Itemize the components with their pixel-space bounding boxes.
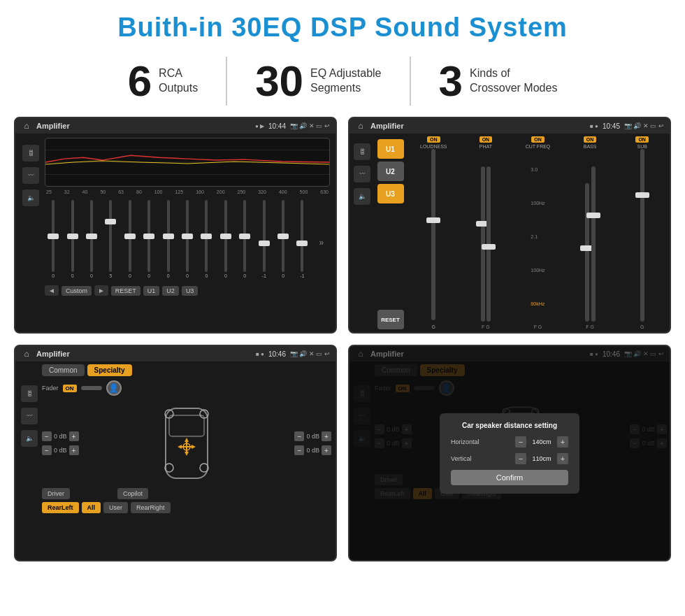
user-btn[interactable]: User (103, 502, 128, 513)
screen-crossover: ⌂ Amplifier ■ ● 10:46 📷 🔊 ✕ ▭ ↩ 🎛 〰 🔈 C (14, 345, 337, 561)
fader-person-icon: 👤 (106, 380, 122, 396)
home-icon[interactable]: ⌂ (21, 120, 32, 131)
phat-on[interactable]: ON (480, 136, 493, 143)
confirm-button[interactable]: Confirm (451, 470, 568, 485)
db-plus-4[interactable]: + (322, 445, 331, 455)
horizontal-value: 140cm (529, 438, 554, 445)
cross-wave-btn[interactable]: 〰 (21, 408, 38, 424)
svg-marker-13 (178, 445, 182, 449)
u2-btn[interactable]: U2 (377, 162, 404, 181)
amp-wave-btn[interactable]: 〰 (354, 166, 370, 182)
db-left-top: − 0 dB + (42, 431, 79, 441)
dialog-box: Car speaker distance setting Horizontal … (440, 413, 579, 494)
eq-slider-12[interactable]: -1 (255, 200, 272, 278)
eq-u1-btn[interactable]: U1 (143, 286, 160, 296)
loudness-on[interactable]: ON (427, 136, 440, 143)
right-db-controls: − 0 dB + − 0 dB + (294, 431, 331, 455)
eq-freq-labels: 2532405063 80100125160200 25032040050063… (45, 189, 330, 194)
u3-btn[interactable]: U3 (377, 184, 404, 203)
eq-filter-btn[interactable]: 🎛 (22, 145, 39, 162)
cross-bottom-controls-2: RearLeft All User RearRight (42, 502, 331, 513)
fader-slider[interactable] (81, 386, 102, 390)
stat-eq-label: EQ AdjustableSegments (310, 66, 381, 96)
vertical-control: − 110cm + (515, 453, 568, 464)
bass-on[interactable]: ON (584, 136, 597, 143)
eq-graph (45, 138, 330, 187)
horizontal-plus[interactable]: + (557, 436, 568, 447)
left-db-controls: − 0 dB + − 0 dB + (42, 431, 79, 455)
eq-u3-btn[interactable]: U3 (182, 286, 199, 296)
eq-slider-5[interactable]: 0 (122, 200, 138, 278)
eq-slider-3[interactable]: 0 (83, 200, 100, 278)
db-minus-1[interactable]: − (42, 431, 52, 441)
bass-label: BASS (584, 144, 597, 149)
db-plus-1[interactable]: + (69, 431, 79, 441)
eq-next-btn[interactable]: ► (94, 285, 108, 296)
db-minus-4[interactable]: − (294, 445, 304, 455)
statusbar-2: ⌂ Amplifier ■ ● 10:45 📷 🔊 ✕ ▭ ↩ (349, 118, 670, 134)
tab-specialty[interactable]: Specialty (87, 364, 132, 376)
eq-u2-btn[interactable]: U2 (162, 286, 179, 296)
car-diagram (83, 401, 291, 485)
phat-label: PHAT (480, 144, 492, 149)
db-val-1: 0 dB (54, 433, 67, 440)
channel-cutfreq: ON CUT FREQ 3.0 100Hz 2.1 100Hz 80kHz F … (513, 136, 563, 329)
db-val-3: 0 dB (306, 433, 319, 440)
amp-filter-btn[interactable]: 🎛 (354, 143, 370, 160)
eq-slider-2[interactable]: 0 (64, 200, 80, 278)
eq-slider-9[interactable]: 0 (198, 200, 215, 278)
vertical-minus[interactable]: − (515, 453, 526, 464)
eq-wave-btn[interactable]: 〰 (22, 167, 39, 184)
home-icon-3[interactable]: ⌂ (21, 348, 32, 359)
eq-speaker-btn[interactable]: 🔈 (22, 189, 39, 206)
eq-slider-13[interactable]: 0 (275, 200, 291, 278)
eq-slider-1[interactable]: 0 (45, 200, 62, 278)
rearleft-btn[interactable]: RearLeft (42, 502, 79, 513)
eq-slider-10[interactable]: 0 (217, 200, 234, 278)
sub-on[interactable]: ON (635, 136, 649, 143)
stat-crossover-number: 3 (439, 59, 463, 103)
fader-on-btn[interactable]: ON (63, 385, 77, 392)
driver-btn[interactable]: Driver (42, 488, 70, 499)
eq-slider-7[interactable]: 0 (159, 200, 176, 278)
screen-eq: ⌂ Amplifier ● ▶ 10:44 📷 🔊 ✕ ▭ ↩ 🎛 〰 🔈 (14, 117, 337, 334)
db-plus-2[interactable]: + (69, 445, 79, 455)
amp-speaker-btn[interactable]: 🔈 (354, 188, 370, 205)
stat-rca: 6 RCAOutputs (100, 59, 226, 103)
cross-speaker-btn[interactable]: 🔈 (21, 430, 38, 447)
tab-common[interactable]: Common (42, 364, 85, 376)
reset-btn-amp[interactable]: RESET (377, 310, 404, 329)
screen-dialog: ⌂ Amplifier ■ ● 10:46 📷 🔊 ✕ ▭ ↩ 🎛 〰 🔈 Co… (348, 345, 671, 561)
stat-rca-number: 6 (128, 59, 152, 103)
vertical-value: 110cm (529, 455, 554, 462)
svg-marker-14 (192, 445, 196, 449)
cutfreq-label: CUT FREQ (526, 144, 551, 149)
vertical-plus[interactable]: + (557, 453, 568, 464)
copilot-btn[interactable]: Copilot (117, 488, 148, 499)
cross-filter-btn[interactable]: 🎛 (21, 385, 38, 402)
eq-reset-btn[interactable]: RESET (111, 286, 140, 296)
status-icons-1: 📷 🔊 ✕ ▭ ↩ (290, 122, 330, 129)
eq-slider-11[interactable]: 0 (236, 200, 253, 278)
eq-prev-btn[interactable]: ◄ (45, 285, 59, 296)
channel-loudness: ON LOUDNESS G (409, 136, 459, 329)
all-btn[interactable]: All (82, 502, 101, 513)
horizontal-minus[interactable]: − (515, 436, 526, 447)
u1-btn[interactable]: U1 (377, 139, 404, 159)
home-icon-2[interactable]: ⌂ (355, 120, 366, 131)
status-title-1: Amplifier (36, 122, 251, 130)
eq-slider-6[interactable]: 0 (140, 200, 157, 278)
status-icons-2: 📷 🔊 ✕ ▭ ↩ (624, 122, 664, 129)
db-right-top: − 0 dB + (294, 431, 331, 441)
eq-slider-4[interactable]: 5 (102, 200, 119, 278)
horizontal-control: − 140cm + (515, 436, 568, 447)
db-plus-3[interactable]: + (322, 431, 331, 441)
cutfreq-on[interactable]: ON (531, 136, 545, 143)
db-minus-3[interactable]: − (294, 431, 304, 441)
eq-main: 2532405063 80100125160200 25032040050063… (45, 138, 330, 328)
rearright-btn[interactable]: RearRight (131, 502, 171, 513)
eq-slider-8[interactable]: 0 (179, 200, 196, 278)
eq-more-btn[interactable]: » (313, 200, 330, 278)
db-minus-2[interactable]: − (42, 445, 52, 455)
eq-slider-14[interactable]: -1 (294, 200, 310, 278)
